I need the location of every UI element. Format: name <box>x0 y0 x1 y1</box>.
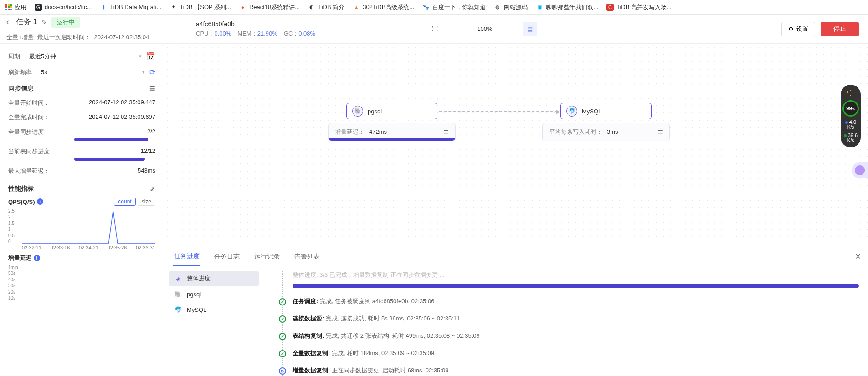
sync-info-title: 同步信息 ☰ <box>8 80 155 96</box>
expand-icon[interactable]: ⤢ <box>150 185 155 193</box>
refresh-select[interactable]: 5s <box>41 69 142 76</box>
github-icon: G <box>35 4 42 11</box>
float-stats-widget[interactable]: 🛡 99% 4.0K/s 39.6K/s <box>841 85 861 147</box>
fit-screen-icon[interactable]: ⛶ <box>427 22 442 36</box>
zoom-out-button[interactable]: − <box>456 22 471 36</box>
bookmark-item[interactable]: ◐TiDB 简介 <box>308 3 344 11</box>
close-icon[interactable]: × <box>855 251 861 262</box>
edit-icon[interactable]: ✎ <box>41 19 47 26</box>
bookmark-item[interactable]: ✦TiDB 【SOP 系列... <box>169 3 231 11</box>
zoom-level: 100% <box>477 25 492 32</box>
bookmark-item[interactable]: ▮TiDB Data Migrati... <box>100 4 161 11</box>
check-icon <box>279 350 286 357</box>
apps-launcher[interactable]: 应用 <box>5 3 26 11</box>
list-icon[interactable]: ☰ <box>149 85 155 92</box>
source-metric-card: 增量延迟：472ms ☰ <box>328 123 456 141</box>
refresh-row: 刷新频率 5s ▾ ⟳ <box>8 64 155 80</box>
mode-label: 全量+增量 <box>6 33 34 41</box>
header-right: ⚙设置 停止 <box>772 22 868 36</box>
last-start-value: 2024-07-12 02:35:04 <box>94 34 149 41</box>
graph-canvas[interactable]: 🐘 pgsql 增量延迟：472ms ☰ 🐬 MySQL 平均每条写入耗时：3m… <box>164 44 868 247</box>
chevron-down-icon[interactable]: ▾ <box>142 69 145 75</box>
qps-header: QPS(Q/S)i count size <box>8 193 155 206</box>
zoom-control: − 100% + <box>452 22 518 36</box>
calendar-icon[interactable]: 📅 <box>146 52 155 61</box>
timeline: 整体进度: 3/3 已完成，增量数据复制 正在同步数据变更 ... 任务调度: … <box>282 271 859 376</box>
stop-button[interactable]: 停止 <box>821 22 859 36</box>
pct-ring: 99% <box>842 100 859 117</box>
list-icon[interactable]: ☰ <box>443 129 449 136</box>
chevron-down-icon[interactable]: ▾ <box>139 53 142 59</box>
side-pgsql[interactable]: 🐘pgsql <box>169 286 259 302</box>
pgsql-icon: 🐘 <box>352 106 363 117</box>
avatar-icon <box>855 165 865 175</box>
bookmarks-bar: 应用 Gdocs-cn/ticdc/tic... ▮TiDB Data Migr… <box>0 0 868 15</box>
bottom-tabs: 任务进度 任务日志 运行记录 告警列表 × <box>164 247 868 266</box>
shield-icon: 🛡 <box>847 89 854 97</box>
target-label: MySQL <box>582 108 601 115</box>
side-overall[interactable]: ◈整体进度 <box>169 271 259 286</box>
metrics-row: CPU：0.00% MEM：21.90% GC：0.08% <box>196 30 427 38</box>
bottom-body: ◈整体进度 🐘pgsql 🐬MySQL 整体进度: 3/3 已完成，增量数据复制… <box>164 266 868 376</box>
size-tab[interactable]: size <box>138 198 155 206</box>
target-metric-card: 平均每条写入耗时：3ms ☰ <box>542 123 670 141</box>
tab-history[interactable]: 运行记录 <box>253 248 281 265</box>
favicon-icon: ✦ <box>169 4 177 11</box>
favicon-icon: ▲ <box>353 4 360 11</box>
qps-chart: 2.521.510.50 02:32:1102:33:1602:34:2102:… <box>8 208 155 249</box>
doc-icon[interactable]: ▤ <box>523 22 537 36</box>
tab-progress[interactable]: 任务进度 <box>173 248 200 266</box>
period-row: 周期 最近5分钟 ▾ 📅 <box>8 48 155 64</box>
target-node[interactable]: 🐬 MySQL <box>560 103 652 119</box>
overall-progress-bar <box>293 284 859 288</box>
header-center: a4fc6850fe0b CPU：0.00% MEM：21.90% GC：0.0… <box>187 20 427 38</box>
canvas-wrap: 🐘 pgsql 增量延迟：472ms ☰ 🐬 MySQL 平均每条写入耗时：3m… <box>164 44 868 376</box>
lag-header: 增量延迟i <box>8 249 155 262</box>
bottom-side-nav: ◈整体进度 🐘pgsql 🐬MySQL <box>164 266 264 376</box>
bookmark-item[interactable]: 🐾百度一下，你就知道 <box>422 3 486 11</box>
header-left: ‹ 任务 1 ✎ 运行中 全量+增量 最近一次启动时间： 2024-07-12 … <box>0 15 187 44</box>
period-label: 周期 <box>8 52 20 61</box>
tab-alarms[interactable]: 告警列表 <box>293 248 321 265</box>
info-icon[interactable]: i <box>37 198 43 205</box>
loading-icon <box>279 367 286 375</box>
mysql-icon: 🐬 <box>566 106 577 117</box>
assistant-bubble[interactable] <box>852 162 868 178</box>
bookmark-item[interactable]: ♦React18系统精讲... <box>239 3 300 11</box>
back-button[interactable]: ‹ <box>6 17 12 27</box>
lag-chart: 1min50s40s30s20s10s <box>8 265 155 306</box>
period-select[interactable]: 最近5分钟 <box>29 52 139 61</box>
task-id: a4fc6850fe0b <box>196 20 427 28</box>
perf-title: 性能指标 ⤢ <box>8 178 155 193</box>
favicon-icon: ♦ <box>239 4 247 11</box>
list-icon[interactable]: ☰ <box>657 129 663 136</box>
settings-button[interactable]: ⚙设置 <box>781 22 815 36</box>
timeline-item: 增量数据复制: 正在同步数据变更, 启动耗时 68ms, 02:35:09 <box>293 362 859 376</box>
reload-icon[interactable]: ⟳ <box>149 68 155 76</box>
bookmark-item[interactable]: ▲302TiDB高级系统... <box>353 3 414 11</box>
timeline-item: 全量数据复制: 完成, 耗时 184ms, 02:35:09 ~ 02:35:0… <box>293 345 859 362</box>
header-tools: ⛶ − 100% + ▤ <box>427 22 540 36</box>
bookmark-item[interactable]: ▣聊聊那些年我们双... <box>536 3 598 11</box>
timeline-item: 任务调度: 完成, 任务被调度到 a4fc6850fe0b, 02:35:06 <box>293 293 859 310</box>
zoom-in-button[interactable]: + <box>499 22 514 36</box>
refresh-label: 刷新频率 <box>8 68 32 76</box>
last-start-label: 最近一次启动时间： <box>37 33 91 41</box>
favicon-icon: 🐾 <box>422 4 430 11</box>
apps-icon <box>5 4 12 10</box>
check-icon <box>279 298 286 305</box>
bookmark-item[interactable]: ◍网站源码 <box>494 3 528 11</box>
info-icon[interactable]: i <box>34 255 40 261</box>
side-mysql[interactable]: 🐬MySQL <box>169 302 259 317</box>
count-tab[interactable]: count <box>114 198 135 206</box>
favicon-icon: C <box>606 4 614 11</box>
bookmark-item[interactable]: CTiDB 高并发写入场... <box>606 3 672 11</box>
bookmark-item[interactable]: Gdocs-cn/ticdc/tic... <box>35 4 92 11</box>
favicon-icon: ▣ <box>536 4 543 11</box>
source-node[interactable]: 🐘 pgsql <box>346 103 437 119</box>
status-badge: 运行中 <box>51 17 80 28</box>
timeline-item: 表结构复制: 完成, 共迁移 2 张表结构, 耗时 499ms, 02:35:0… <box>293 327 859 345</box>
check-icon <box>279 333 286 340</box>
current-table-progress: 当前表同步进度12/12 <box>8 144 155 164</box>
tab-log[interactable]: 任务日志 <box>213 248 241 265</box>
